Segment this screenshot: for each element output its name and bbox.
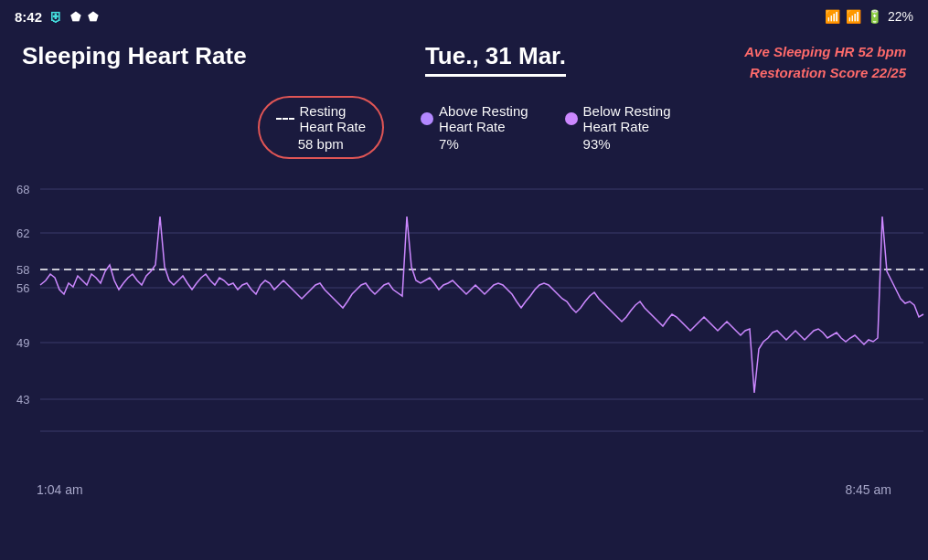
above-label: Above RestingHeart Rate — [439, 103, 528, 134]
page-title: Sleeping Heart Rate — [22, 42, 247, 70]
y-label-68: 68 — [16, 183, 29, 196]
status-left: 8:42 ⛨ ⬟ ⬟ — [15, 9, 98, 25]
battery-icon: 🔋 — [867, 9, 882, 24]
page-title-section: Sleeping Heart Rate — [22, 42, 247, 70]
time-end: 8:45 am — [845, 482, 891, 497]
time-axis: 1:04 am 8:45 am — [0, 477, 928, 497]
y-label-62: 62 — [16, 227, 29, 240]
below-value: 93% — [565, 136, 611, 152]
date-underline — [425, 74, 566, 77]
malwarebytes-icon2: ⬟ — [88, 10, 98, 24]
legend: RestingHeart Rate 58 bpm Above RestingHe… — [0, 83, 928, 166]
resting-dash-icon — [276, 118, 294, 120]
below-label: Below RestingHeart Rate — [583, 103, 671, 134]
date-label: Tue., 31 Mar. — [425, 42, 566, 70]
stats-section: Ave Sleeping HR 52 bpm Restoration Score… — [744, 42, 906, 83]
battery-level: 22% — [888, 9, 913, 24]
time-start: 1:04 am — [37, 482, 83, 497]
legend-resting: RestingHeart Rate 58 bpm — [258, 96, 385, 159]
above-dot-icon — [421, 112, 433, 125]
chart-container: 68 62 58 56 49 43 — [0, 166, 928, 477]
resting-value: 58 bpm — [298, 136, 344, 152]
y-label-49: 49 — [16, 336, 29, 350]
heart-rate-chart: 68 62 58 56 49 43 — [0, 166, 928, 477]
y-label-43: 43 — [16, 393, 29, 407]
avg-hr-stat: Ave Sleeping HR 52 bpm Restoration Score… — [744, 42, 906, 83]
wifi-icon: 📶 — [825, 9, 840, 24]
y-label-56: 56 — [16, 281, 29, 295]
malwarebytes-icon1: ⬟ — [70, 10, 80, 24]
y-label-58: 58 — [16, 263, 29, 277]
signal-icon: 📶 — [846, 9, 861, 24]
legend-above: Above RestingHeart Rate 7% — [421, 103, 528, 152]
shield-icon: ⛨ — [49, 9, 63, 25]
legend-below: Below RestingHeart Rate 93% — [565, 103, 671, 152]
resting-label: RestingHeart Rate — [300, 103, 367, 134]
status-right: 📶 📶 🔋 22% — [825, 9, 913, 24]
time-display: 8:42 — [15, 9, 42, 25]
below-dot-icon — [565, 112, 578, 125]
date-section: Tue., 31 Mar. — [425, 42, 566, 77]
above-value: 7% — [421, 136, 459, 152]
status-bar: 8:42 ⛨ ⬟ ⬟ 📶 📶 🔋 22% — [0, 0, 928, 33]
header: Sleeping Heart Rate Tue., 31 Mar. Ave Sl… — [0, 33, 928, 83]
hr-waveform — [40, 217, 923, 393]
